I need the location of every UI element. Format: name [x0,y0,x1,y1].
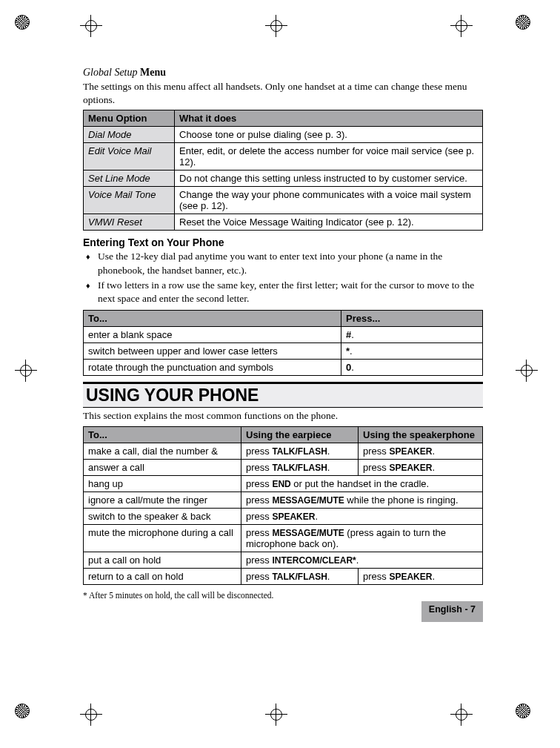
gs-desc: Change the way your phone communicates w… [175,187,483,214]
up-to: switch to the speaker & back [84,508,241,524]
up-action: press MESSAGE/MUTE (press again to turn … [241,524,483,552]
crop-mark-top-right-inner [450,15,480,44]
up-to: ignore a call/mute the ringer [84,492,241,508]
text-entry-heading: Entering Text on Your Phone [83,236,483,248]
up-action: press END or put the handset in the crad… [241,475,483,492]
gs-header-option: Menu Option [84,110,175,127]
title-bold: Menu [140,67,166,78]
te-press: 0. [341,360,483,376]
up-action: press MESSAGE/MUTE while the phone is ri… [241,492,483,508]
global-setup-table: Menu Option What it does Dial ModeChoose… [83,110,483,231]
up-to: make a call, dial the number & [84,443,241,459]
crop-mark-top-right [516,15,545,44]
crop-mark-top-center [265,15,295,44]
up-to: answer a call [84,459,241,475]
up-header-to: To... [84,426,241,443]
crop-mark-mid-left [15,360,44,389]
te-header-press: Press... [341,311,483,327]
te-to: switch between upper and lower case lett… [84,343,341,360]
gs-desc: Enter, edit, or delete the access number… [175,143,483,171]
up-ear: press TALK/FLASH. [241,459,359,475]
up-header-speaker: Using the speakerphone [359,426,483,443]
using-phone-heading: USING YOUR PHONE [83,382,483,408]
up-ear: press TALK/FLASH. [241,568,359,584]
using-phone-footnote: * After 5 minutes on hold, the call will… [83,591,483,600]
crop-mark-bottom-right-inner [450,704,480,733]
gs-desc: Choose tone or pulse dialing (see p. 3). [175,127,483,143]
text-entry-bullets: Use the 12-key dial pad anytime you want… [83,250,483,305]
global-setup-intro: The settings on this menu affect all han… [83,80,483,107]
te-press: *. [341,343,483,360]
gs-desc: Reset the Voice Message Waiting Indicato… [175,214,483,231]
crop-mark-top-left-inner [80,15,110,44]
global-setup-title: Global Setup Menu [83,67,483,79]
up-to: hang up [84,475,241,492]
gs-opt: Set Line Mode [84,171,175,187]
up-ear: press TALK/FLASH. [241,443,359,459]
te-header-to: To... [84,311,341,327]
te-press: #. [341,327,483,343]
up-spk: press SPEAKER. [359,459,483,475]
up-action: press SPEAKER. [241,508,483,524]
using-phone-intro: This section explains the most common fu… [83,409,483,423]
crop-mark-bottom-center [265,704,295,733]
crop-mark-bottom-left-inner [80,704,110,733]
te-to: rotate through the punctuation and symbo… [84,360,341,376]
gs-desc: Do not change this setting unless instru… [175,171,483,187]
using-phone-table: To... Using the earpiece Using the speak… [83,426,483,585]
page-footer: English - 7 [421,601,483,622]
up-to: put a call on hold [84,552,241,568]
gs-opt: Voice Mail Tone [84,187,175,214]
crop-mark-mid-right [516,360,545,389]
gs-opt: Dial Mode [84,127,175,143]
up-to: return to a call on hold [84,568,241,584]
gs-opt: Edit Voice Mail [84,143,175,171]
up-spk: press SPEAKER. [359,443,483,459]
bullet-item: If two letters in a row use the same key… [83,279,483,305]
crop-mark-bottom-left [15,704,44,733]
up-action: press INTERCOM/CLEAR*. [241,552,483,568]
crop-mark-bottom-right [516,704,545,733]
te-to: enter a blank space [84,327,341,343]
title-prefix: Global Setup [83,67,140,78]
text-entry-table: To... Press... enter a blank space#. swi… [83,310,483,376]
gs-opt: VMWI Reset [84,214,175,231]
crop-mark-top-left [15,15,44,44]
gs-header-desc: What it does [175,110,483,127]
bullet-item: Use the 12-key dial pad anytime you want… [83,250,483,277]
up-to: mute the microphone during a call [84,524,241,552]
up-spk: press SPEAKER. [359,568,483,584]
up-header-earpiece: Using the earpiece [241,426,359,443]
